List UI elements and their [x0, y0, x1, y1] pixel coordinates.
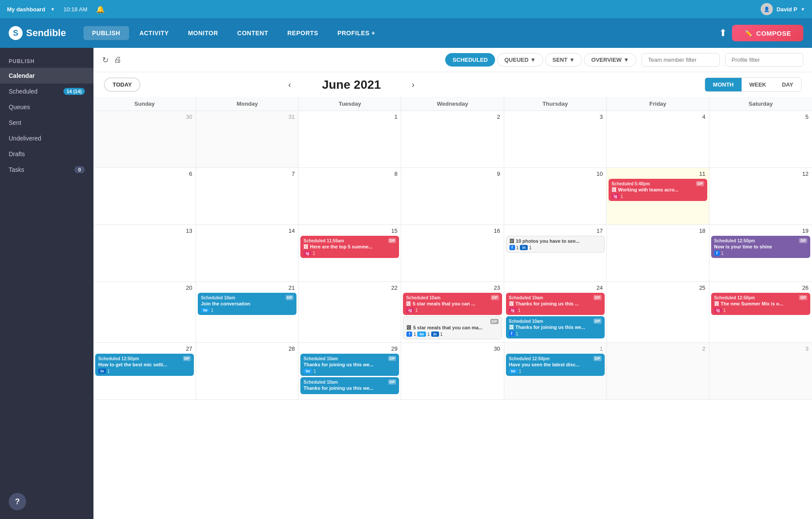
nav-item-reports[interactable]: REPORTS	[279, 26, 327, 40]
bell-icon[interactable]: 🔔	[96, 5, 105, 13]
sidebar-label-queues: Queues	[9, 104, 85, 110]
facebook-badge: f	[406, 331, 412, 337]
event-card[interactable]: Scheduled 10am DP Thanks for joining us …	[300, 377, 399, 394]
sidebar-item-undelivered[interactable]: Undelivered	[0, 131, 93, 146]
event-socials: in 1	[98, 368, 191, 374]
nav-item-publish[interactable]: PUBLISH	[83, 26, 129, 40]
event-socials: ig 1	[612, 194, 704, 199]
event-dp: DP	[593, 318, 602, 324]
sidebar-label-calendar: Calendar	[9, 72, 85, 79]
event-title: Join the conversation	[201, 301, 293, 306]
user-name[interactable]: David P	[776, 6, 797, 13]
view-month-button[interactable]: MONTH	[705, 78, 742, 91]
cal-cell: 4	[607, 111, 709, 167]
tab-overview[interactable]: OVERVIEW ▼	[584, 53, 636, 67]
nav-bar: S Sendible PUBLISH ACTIVITY MONITOR CONT…	[0, 18, 812, 48]
team-member-filter[interactable]	[642, 53, 720, 67]
event-dp: DP	[593, 356, 602, 361]
sidebar-item-tasks[interactable]: Tasks 0	[0, 162, 93, 177]
today-button[interactable]: TODAY	[104, 77, 140, 92]
pencil-icon: ✏️	[744, 29, 753, 37]
calendar-rows: 30 31 1 2 3 4 5 6 7 8 9 10 11	[93, 111, 812, 400]
cal-cell: 23 Scheduled 10am DP 🖼5 star meals that …	[401, 282, 504, 342]
event-time: Scheduled 10am	[509, 295, 543, 300]
nav-item-profiles[interactable]: PROFILES +	[329, 26, 384, 40]
cal-date: 5	[711, 113, 810, 121]
event-socials: tw 1	[201, 308, 293, 313]
sidebar-item-queues[interactable]: Queues	[0, 99, 93, 115]
sidebar-item-scheduled[interactable]: Scheduled 14 (14)	[0, 84, 93, 99]
sidebar-item-calendar[interactable]: Calendar	[0, 68, 93, 84]
event-time: Scheduled 12:50pm	[714, 238, 755, 243]
next-month-button[interactable]: ›	[406, 78, 420, 92]
event-card[interactable]: Scheduled 11:55am DP 🖼Here are the top 5…	[300, 236, 399, 258]
event-card[interactable]: DP 🖼5 star meals that you can ma... f 1 …	[403, 316, 502, 339]
cal-row-1: 30 31 1 2 3 4 5	[93, 111, 812, 168]
social-count: 1	[621, 194, 623, 199]
cal-date: 18	[609, 227, 707, 235]
event-title: Thanks for joining us this we...	[303, 385, 396, 391]
print-icon[interactable]: 🖨	[114, 55, 122, 64]
view-day-button[interactable]: DAY	[774, 78, 801, 91]
event-card[interactable]: Scheduled 12:50pm DP Have you seen the l…	[506, 354, 605, 376]
event-card[interactable]: Scheduled 5:40pm DP 🖼Working with teams …	[609, 179, 707, 201]
cal-date: 28	[198, 345, 296, 353]
event-card[interactable]: Scheduled 10am DP Thanks for joining us …	[300, 354, 399, 376]
upload-icon[interactable]: ⬆	[719, 27, 727, 39]
event-card[interactable]: Scheduled 12:50pm DP How to get the best…	[95, 354, 194, 376]
calendar-nav: ‹ June 2021 ›	[283, 78, 420, 92]
tab-group: SCHEDULED QUEUED ▼ SENT ▼ OVERVIEW ▼	[445, 53, 636, 67]
cal-date: 25	[609, 284, 707, 292]
cal-cell: 12	[709, 168, 812, 224]
event-title: 🖼The new Summer Mix is o...	[714, 301, 807, 306]
cal-cell: 19 Scheduled 12:50pm DP Now is your time…	[709, 225, 812, 281]
sidebar-item-sent[interactable]: Sent	[0, 115, 93, 131]
view-group: MONTH WEEK DAY	[705, 77, 802, 92]
cal-cell: 1 Scheduled 12:50pm DP Have you seen the…	[504, 343, 607, 399]
toolbar: ↻ 🖨 SCHEDULED QUEUED ▼ SENT ▼ OVERVIEW ▼	[93, 48, 812, 72]
event-time: Scheduled 12:50pm	[98, 356, 139, 361]
event-card[interactable]: Scheduled 12:50pm DP 🖼The new Summer Mix…	[711, 293, 810, 315]
sidebar-item-drafts[interactable]: Drafts	[0, 146, 93, 162]
event-card[interactable]: Scheduled 10am DP 🖼5 star meals that you…	[403, 293, 502, 315]
facebook-badge: f	[509, 331, 515, 336]
logo[interactable]: S Sendible	[9, 26, 66, 40]
cal-cell: 5	[709, 111, 812, 167]
cal-cell: 10	[504, 168, 607, 224]
tab-sent[interactable]: SENT ▼	[545, 53, 582, 67]
cal-date: 24	[506, 284, 605, 292]
social-count: 1	[516, 331, 519, 336]
cal-date: 3	[506, 113, 605, 121]
event-card[interactable]: Scheduled 12:50pm DP Now is your time to…	[711, 236, 810, 258]
profile-filter[interactable]	[725, 53, 803, 67]
social-count: 1	[107, 369, 110, 374]
nav-item-activity[interactable]: ACTIVITY	[131, 26, 178, 40]
event-time: Scheduled 12:50pm	[714, 295, 755, 300]
dashboard-label[interactable]: My dashboard	[7, 6, 45, 13]
event-time: Scheduled 10am	[201, 295, 235, 300]
tab-scheduled[interactable]: SCHEDULED	[445, 53, 495, 67]
event-socials: f 1 tw 1 in 1	[406, 331, 498, 337]
compose-button[interactable]: ✏️ COMPOSE	[732, 25, 803, 41]
nav-item-monitor[interactable]: MONITOR	[179, 26, 226, 40]
event-time: Scheduled 12:50pm	[509, 356, 550, 361]
event-card[interactable]: Scheduled 10am DP 🖼Thanks for joining us…	[506, 316, 605, 338]
cal-cell: 29 Scheduled 10am DP Thanks for joining …	[299, 343, 401, 399]
refresh-icon[interactable]: ↻	[102, 55, 109, 65]
event-time: Scheduled 10am	[303, 380, 338, 385]
event-card[interactable]: 🖼10 photos you have to see... f 1 in 1	[506, 236, 605, 253]
event-card[interactable]: Scheduled 10am DP 🖼Thanks for joining us…	[506, 293, 605, 315]
cal-cell: 9	[401, 168, 504, 224]
event-card[interactable]: Scheduled 10am DP Join the conversation …	[198, 293, 296, 315]
main-layout: PUBLISH Calendar Scheduled 14 (14) Queue…	[0, 48, 812, 519]
cal-date: 3	[711, 345, 810, 353]
social-count: 1	[415, 308, 418, 313]
tab-queued[interactable]: QUEUED ▼	[497, 53, 543, 67]
event-title: 🖼5 star meals that you can ma...	[406, 325, 498, 330]
nav-item-content[interactable]: CONTENT	[229, 26, 277, 40]
help-button[interactable]: ?	[9, 493, 26, 510]
view-week-button[interactable]: WEEK	[742, 78, 774, 91]
facebook-badge: f	[714, 251, 720, 256]
top-bar-time: 10:18 AM	[63, 6, 87, 13]
prev-month-button[interactable]: ‹	[283, 78, 296, 92]
